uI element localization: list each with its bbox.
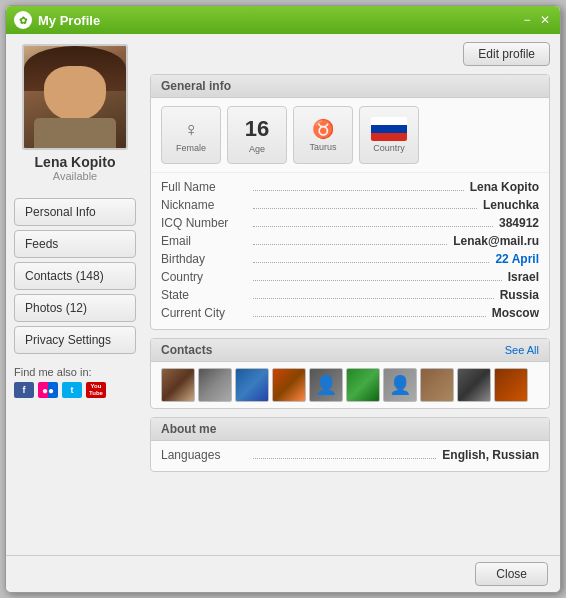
zodiac-label: Taurus <box>309 142 336 152</box>
email-label: Email <box>161 234 251 248</box>
zodiac-icon-box: ♉ Taurus <box>293 106 353 164</box>
nav-photos[interactable]: Photos (12) <box>14 294 136 322</box>
user-status: Available <box>53 170 97 182</box>
country-label: Country <box>373 143 405 153</box>
nav-personal-info[interactable]: Personal Info <box>14 198 136 226</box>
contact-avatar-6[interactable] <box>346 368 380 402</box>
nav-feeds[interactable]: Feeds <box>14 230 136 258</box>
nav-buttons: Personal Info Feeds Contacts (148) Photo… <box>14 198 136 354</box>
contact-avatar-8[interactable] <box>420 368 454 402</box>
dots <box>253 287 494 299</box>
flag-stripe-white <box>371 117 407 125</box>
twitter-icon[interactable]: t <box>62 382 82 398</box>
contacts-avatars: 👤 👤 <box>151 362 549 408</box>
youtube-icon[interactable]: YouTube <box>86 382 106 398</box>
gender-symbol: ♀ <box>184 118 199 141</box>
flag-stripe-red <box>371 133 407 141</box>
info-row-nickname: Nickname Lenuchka <box>161 197 539 212</box>
content-area: Lena Kopito Available Personal Info Feed… <box>6 34 560 555</box>
flickr-icon[interactable]: ●● <box>38 382 58 398</box>
contact-avatar-9[interactable] <box>457 368 491 402</box>
contacts-title: Contacts <box>161 343 212 357</box>
contact-avatar-5[interactable]: 👤 <box>309 368 343 402</box>
facebook-icon[interactable]: f <box>14 382 34 398</box>
fullname-label: Full Name <box>161 180 251 194</box>
country-field-label: Country <box>161 270 251 284</box>
country-flag <box>371 117 407 141</box>
zodiac-symbol: ♉ <box>312 118 334 140</box>
gender-label: Female <box>176 143 206 153</box>
age-icon-box: 16 Age <box>227 106 287 164</box>
birthday-value: 22 April <box>495 252 539 266</box>
contact-avatar-2[interactable] <box>198 368 232 402</box>
see-all-link[interactable]: See All <box>505 344 539 356</box>
dots <box>253 305 486 317</box>
contacts-section: Contacts See All 👤 👤 <box>150 338 550 409</box>
titlebar-left: ✿ My Profile <box>14 11 100 29</box>
bottom-bar: Close <box>6 555 560 592</box>
country-icon-box: Country <box>359 106 419 164</box>
dots <box>253 197 477 209</box>
info-rows: Full Name Lena Kopito Nickname Lenuchka … <box>151 173 549 329</box>
close-button[interactable]: ✕ <box>538 13 552 27</box>
dots <box>253 179 464 191</box>
email-value: Lenak@mail.ru <box>453 234 539 248</box>
contact-avatar-7[interactable]: 👤 <box>383 368 417 402</box>
contact-avatar-4[interactable] <box>272 368 306 402</box>
city-label: Current City <box>161 306 251 320</box>
header-row: Edit profile <box>150 42 550 66</box>
info-row-languages: Languages English, Russian <box>161 447 539 462</box>
age-value: 16 <box>245 116 269 142</box>
gender-icon-box: ♀ Female <box>161 106 221 164</box>
nav-privacy-settings[interactable]: Privacy Settings <box>14 326 136 354</box>
window-controls: − ✕ <box>520 13 552 27</box>
find-me-label: Find me also in: <box>14 366 136 378</box>
city-value: Moscow <box>492 306 539 320</box>
nickname-value: Lenuchka <box>483 198 539 212</box>
general-info-icons: ♀ Female 16 Age ♉ Taurus <box>151 98 549 173</box>
state-value: Russia <box>500 288 539 302</box>
info-row-birthday: Birthday 22 April <box>161 251 539 266</box>
edit-profile-button[interactable]: Edit profile <box>463 42 550 66</box>
info-row-icq: ICQ Number 384912 <box>161 215 539 230</box>
fullname-value: Lena Kopito <box>470 180 539 194</box>
about-me-header: About me <box>151 418 549 441</box>
dots <box>253 233 447 245</box>
birthday-label: Birthday <box>161 252 251 266</box>
user-name: Lena Kopito <box>35 154 116 170</box>
dots <box>253 447 436 459</box>
dots <box>253 215 493 227</box>
info-row-country: Country Israel <box>161 269 539 284</box>
age-label: Age <box>249 144 265 154</box>
contacts-header: Contacts See All <box>151 339 549 362</box>
contact-avatar-1[interactable] <box>161 368 195 402</box>
avatar-body <box>34 118 116 148</box>
nav-contacts[interactable]: Contacts (148) <box>14 262 136 290</box>
contact-avatar-3[interactable] <box>235 368 269 402</box>
languages-label: Languages <box>161 448 251 462</box>
close-button[interactable]: Close <box>475 562 548 586</box>
country-value: Israel <box>508 270 539 284</box>
general-info-section: General info ♀ Female 16 Age ♉ <box>150 74 550 330</box>
dots <box>253 269 502 281</box>
state-label: State <box>161 288 251 302</box>
avatar <box>22 44 128 150</box>
sidebar: Lena Kopito Available Personal Info Feed… <box>6 34 144 555</box>
about-me-section: About me Languages English, Russian <box>150 417 550 472</box>
languages-value: English, Russian <box>442 448 539 462</box>
profile-section: Lena Kopito Available <box>14 44 136 182</box>
flag-stripe-blue <box>371 125 407 133</box>
icq-value: 384912 <box>499 216 539 230</box>
general-info-header: General info <box>151 75 549 98</box>
app-icon: ✿ <box>14 11 32 29</box>
icq-label: ICQ Number <box>161 216 251 230</box>
about-me-rows: Languages English, Russian <box>151 441 549 471</box>
avatar-face <box>44 66 106 121</box>
window-title: My Profile <box>38 13 100 28</box>
info-row-state: State Russia <box>161 287 539 302</box>
minimize-button[interactable]: − <box>520 13 534 27</box>
dots <box>253 251 489 263</box>
info-row-fullname: Full Name Lena Kopito <box>161 179 539 194</box>
nickname-label: Nickname <box>161 198 251 212</box>
contact-avatar-10[interactable] <box>494 368 528 402</box>
